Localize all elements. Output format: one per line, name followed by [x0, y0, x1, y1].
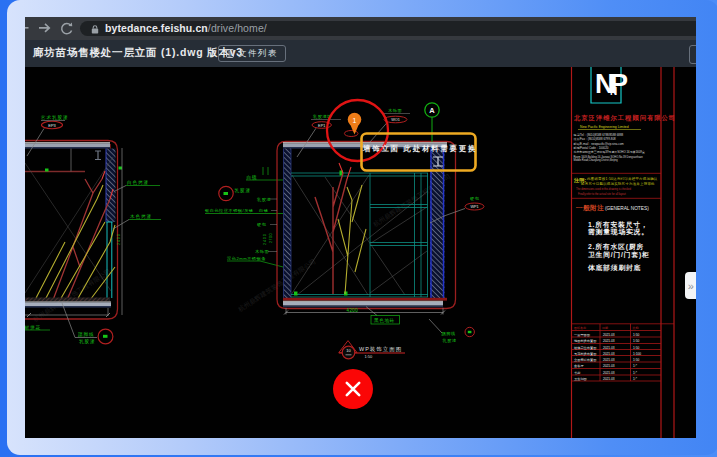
svg-text:EP3: EP3 — [48, 123, 56, 128]
svg-text:(GENERAL NOTES): (GENERAL NOTES) — [605, 206, 649, 211]
svg-text:卫生间/门/门套)柜: 卫生间/门/门套)柜 — [588, 251, 650, 259]
svg-text:2021.03: 2021.03 — [603, 377, 615, 381]
svg-text:Room 1609,Building 16,Jianwai: Room 1609,Building 16,Jianwai SOHO,No.39… — [574, 155, 644, 159]
svg-text:深色2mm不锈钢条: 深色2mm不锈钢条 — [227, 256, 266, 261]
svg-text:1: 1 — [353, 117, 357, 124]
svg-text:银白色拉丝不锈钢/灰镜: 银白色拉丝不锈钢/灰镜 — [204, 208, 254, 213]
svg-text:地面材质布置图: 地面材质布置图 — [573, 339, 596, 343]
svg-text:需测量现场实况。: 需测量现场实况。 — [588, 228, 649, 236]
svg-text:木饰面: 木饰面 — [388, 108, 402, 113]
svg-text:墙体定位布置图: 墙体定位布置图 — [573, 346, 596, 350]
svg-text:乳胶漆: 乳胶漆 — [443, 338, 457, 343]
svg-text:Finally,refer to the actual si: Finally,refer to the actual site for all… — [578, 192, 626, 196]
svg-text:黑色地砖: 黑色地砖 — [374, 318, 395, 323]
svg-text:北京市朝阳区东三环中路39号建外SOHO 16号楼1609室: 北京市朝阳区东三环中路39号建外SOHO 16号楼1609室 — [574, 150, 645, 154]
svg-text:2.所有水区(厨房: 2.所有水区(厨房 — [588, 243, 644, 251]
svg-text:1:*: 1:* — [633, 364, 638, 368]
svg-text:2700: 2700 — [269, 233, 273, 243]
svg-text:卫生间图: 卫生间图 — [574, 377, 587, 381]
svg-text:白镜: 白镜 — [259, 208, 268, 213]
svg-text:WO1: WO1 — [391, 118, 400, 122]
svg-text:白镜: 白镜 — [247, 174, 258, 181]
svg-text:踢脚线: 踢脚线 — [78, 331, 94, 337]
svg-text:EP1: EP1 — [318, 124, 325, 128]
svg-text:4200: 4200 — [347, 308, 359, 313]
svg-text:图纸名称: 图纸名称 — [574, 326, 586, 330]
svg-text:会客厅: 会客厅 — [574, 364, 584, 368]
svg-text:此图纸需按1:50比例打印并经甲方现场确认: 此图纸需按1:50比例打印并经甲方现场确认 — [587, 176, 658, 181]
svg-text:天花材质布置图: 天花材质布置图 — [574, 352, 596, 356]
svg-text:A: A — [429, 106, 435, 115]
svg-text:踢脚线: 踢脚线 — [442, 331, 456, 336]
svg-text:白色烤漆: 白色烤漆 — [127, 180, 149, 186]
svg-text:墙饰立面 此处材料需要更换: 墙饰立面 此处材料需要更换 — [362, 144, 477, 153]
svg-text:一般附注: 一般附注 — [576, 204, 604, 212]
svg-text:木色烤漆: 木色烤漆 — [130, 214, 152, 220]
svg-text:1:50: 1:50 — [365, 354, 374, 359]
svg-text:2021.03: 2021.03 — [603, 371, 615, 375]
svg-text:体底部须刷封底: 体底部须刷封底 — [587, 264, 641, 272]
svg-text:杭州鼎辉建筑装饰工程有限公司: 杭州鼎辉建筑装饰工程有限公司 — [31, 267, 113, 324]
svg-text:N: N — [610, 86, 617, 97]
svg-text:The dimensions used in this dr: The dimensions used in this drawing is c… — [576, 187, 631, 191]
svg-text:WP装饰立面图: WP装饰立面图 — [359, 346, 402, 353]
svg-text:2400: 2400 — [117, 233, 121, 245]
svg-text:2021.03: 2021.03 — [603, 346, 615, 350]
svg-text:1:50: 1:50 — [633, 333, 639, 337]
svg-text:比例: 比例 — [633, 326, 639, 330]
svg-text:Middle Road,Chaoyang District,: Middle Road,Chaoyang District,Beijing — [574, 158, 619, 162]
svg-text:如有尺寸问题以现场实际尺寸为准并上报审批: 如有尺寸问题以现场实际尺寸为准并上报审批 — [581, 181, 655, 186]
svg-text:2021.03: 2021.03 — [603, 364, 615, 368]
svg-text:日期: 日期 — [602, 326, 608, 330]
svg-text:2400: 2400 — [263, 233, 267, 245]
svg-text:1:50: 1:50 — [633, 346, 639, 350]
svg-text:1:*: 1:* — [633, 371, 638, 375]
svg-text:10: 10 — [346, 348, 351, 353]
svg-text:乳胶漆: 乳胶漆 — [79, 338, 95, 345]
svg-text:石材拼花: 石材拼花 — [25, 325, 41, 331]
svg-text:New Pacific Engineering Limite: New Pacific Engineering Limited — [580, 125, 629, 129]
svg-text:2021.03: 2021.03 — [603, 352, 615, 356]
svg-text:乳胶漆: 乳胶漆 — [235, 187, 251, 194]
svg-text:硬包: 硬包 — [470, 196, 480, 201]
svg-text:书房: 书房 — [574, 371, 581, 375]
svg-text:艺术乳胶漆: 艺术乳胶漆 — [41, 114, 68, 121]
svg-text:北京泛洋维尔工程顾问有限公司: 北京泛洋维尔工程顾问有限公司 — [573, 114, 676, 122]
svg-text:1:50: 1:50 — [633, 339, 639, 343]
svg-text:2021.03: 2021.03 — [603, 339, 615, 343]
svg-text:2021.03: 2021.03 — [603, 358, 615, 362]
svg-text:硬包: 硬包 — [257, 222, 267, 227]
svg-text:1:50: 1:50 — [633, 358, 639, 362]
svg-text:立面索引布置图: 立面索引布置图 — [574, 358, 596, 362]
svg-text:木饰面: 木饰面 — [255, 249, 269, 254]
svg-text:2021.03: 2021.03 — [603, 333, 615, 337]
svg-text:WP1: WP1 — [470, 205, 478, 209]
svg-text:乳胶漆: 乳胶漆 — [257, 197, 271, 202]
svg-text:一层平面图: 一层平面图 — [574, 333, 590, 337]
svg-text:1:100: 1:100 — [633, 352, 641, 356]
